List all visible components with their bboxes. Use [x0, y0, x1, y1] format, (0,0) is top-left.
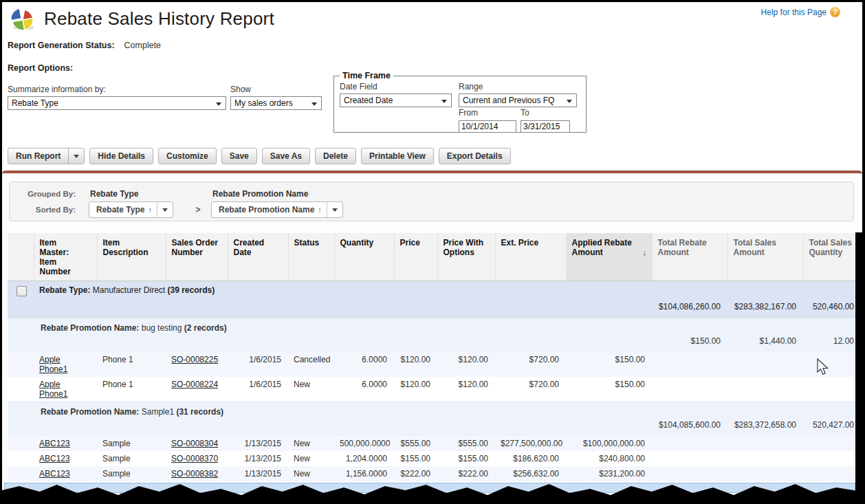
- item-number-link[interactable]: Apple Phone1: [39, 355, 76, 374]
- table-cell: $120.00: [394, 377, 437, 402]
- table-cell: 1,204.0000: [334, 451, 394, 466]
- hide-details-button[interactable]: Hide Details: [89, 148, 153, 164]
- table-cell: 500,000.0000: [334, 436, 394, 451]
- column-header-status[interactable]: Status: [288, 233, 334, 281]
- item-number-link[interactable]: ABC123: [39, 439, 70, 448]
- group-totals-row: $104,085,600.00$283,372,658.00520,427.00: [8, 418, 861, 436]
- table-cell-empty: [652, 466, 727, 481]
- sort-button-rebate-promotion-name[interactable]: Rebate Promotion Name↑: [211, 201, 343, 218]
- total-value: $283,372,658.00: [727, 418, 803, 436]
- column-header-price-with-options[interactable]: Price With Options: [437, 233, 495, 281]
- table-cell-empty: [803, 436, 861, 451]
- range-selected-value: Current and Previous FQ: [463, 96, 554, 105]
- column-header-checkbox[interactable]: [8, 233, 34, 281]
- column-header-quantity[interactable]: Quantity: [334, 233, 394, 281]
- save-as-button[interactable]: Save As: [262, 148, 310, 164]
- run-report-button[interactable]: Run Report: [8, 148, 85, 164]
- table-cell: ABC123: [34, 436, 97, 451]
- summarize-field: Summarize information by: Rebate Type: [8, 85, 226, 110]
- report-generation-status: Report Generation Status:Complete: [8, 41, 161, 50]
- table-cell: New: [288, 451, 334, 466]
- total-value: $150.00: [652, 334, 727, 352]
- show-select[interactable]: My sales orders: [230, 96, 322, 110]
- group-field-label: Rebate Promotion Name:: [41, 407, 142, 417]
- help-for-this-page-link[interactable]: Help for this Page: [761, 8, 826, 17]
- column-header-item-description[interactable]: Item Description: [97, 233, 166, 281]
- column-header-sales-order-number[interactable]: Sales Order Number: [166, 233, 228, 281]
- button-label: Save As: [263, 151, 309, 161]
- row-checkbox-cell: [8, 352, 34, 377]
- date-field-select[interactable]: Created Date: [340, 94, 452, 107]
- date-field: Date Field Created Date: [340, 82, 452, 107]
- item-number-link[interactable]: Apple Phone1: [39, 380, 76, 399]
- sales-order-link[interactable]: SO-0008370: [171, 454, 218, 463]
- button-label: Printable View: [362, 151, 433, 161]
- column-header-ext-price[interactable]: Ext. Price: [495, 233, 566, 281]
- item-number-link[interactable]: ABC123: [39, 469, 70, 479]
- help-icon[interactable]: ?: [830, 7, 840, 17]
- table-cell: SO-0008304: [166, 436, 228, 451]
- save-button[interactable]: Save: [221, 148, 257, 164]
- column-header-price[interactable]: Price: [394, 233, 437, 281]
- export-details-button[interactable]: Export Details: [439, 148, 511, 164]
- table-cell: 6.0000: [334, 377, 394, 402]
- column-header-created-date[interactable]: Created Date: [228, 233, 288, 281]
- range-select[interactable]: Current and Previous FQ: [459, 94, 577, 107]
- customize-button[interactable]: Customize: [158, 148, 217, 164]
- table-cell: 1/13/2015: [228, 436, 288, 451]
- item-number-link[interactable]: ABC123: [39, 454, 70, 463]
- sales-order-link[interactable]: SO-0008304: [171, 439, 218, 448]
- column-header-label: Sales Order Number: [172, 238, 223, 257]
- printable-view-button[interactable]: Printable View: [361, 148, 434, 164]
- to-field: To: [521, 108, 570, 133]
- table-cell: $555.00: [437, 436, 495, 451]
- table-cell: Phone 1: [97, 352, 166, 377]
- column-header-label: Total Sales Quantity: [809, 238, 856, 257]
- table-cell: SO-0008370: [166, 451, 228, 466]
- column-header-total-sales-quantity[interactable]: Total Sales Quantity: [803, 233, 861, 281]
- summarize-select[interactable]: Rebate Type: [8, 96, 226, 110]
- table-cell: 1/13/2015: [228, 451, 288, 466]
- sort-asc-icon: ↑: [148, 206, 157, 214]
- grouped-by-value: Rebate Type: [83, 189, 191, 199]
- button-label: Delete: [316, 151, 355, 161]
- column-header-applied-rebate-amount[interactable]: Applied Rebate Amount ↓: [566, 233, 652, 281]
- button-label: Export Details: [439, 151, 510, 161]
- to-date-input[interactable]: [521, 120, 570, 133]
- sales-order-link[interactable]: SO-0008225: [171, 355, 218, 364]
- to-label: To: [521, 108, 570, 118]
- button-label: Run Report: [8, 151, 68, 161]
- button-label: Hide Details: [90, 151, 153, 161]
- group-header-row-rebate-promotion: Rebate Promotion Name: Sample1 (31 recor…: [8, 402, 861, 419]
- group-checkbox-cell: [8, 281, 34, 300]
- column-header-item-master-item-number[interactable]: Item Master: Item Number: [34, 233, 97, 281]
- table-cell-empty: [727, 352, 803, 377]
- table-row: Apple Phone1Phone 1SO-00082251/6/2015Can…: [8, 352, 861, 377]
- table-row: ABC123SampleSO-00083701/13/2015New1,204.…: [8, 451, 861, 466]
- table-cell: 1/6/2015: [228, 377, 288, 402]
- group-select-checkbox[interactable]: [17, 286, 27, 296]
- column-header-total-rebate-amount[interactable]: Total Rebate Amount: [652, 233, 727, 281]
- column-header-total-sales-amount[interactable]: Total Sales Amount: [727, 233, 803, 281]
- sort-dropdown[interactable]: [327, 202, 342, 217]
- group-field-value: bug testing: [142, 323, 184, 333]
- chevron-down-icon: [74, 155, 79, 158]
- sales-order-link[interactable]: SO-0008382: [171, 469, 218, 479]
- screenshot-frame-edge: [855, 232, 862, 504]
- sales-order-link[interactable]: SO-0008224: [171, 380, 218, 389]
- report-results-panel: Grouped By: Rebate Type Rebate Promotion…: [2, 171, 862, 504]
- table-cell: $155.00: [394, 451, 437, 466]
- date-field-selected-value: Created Date: [344, 96, 393, 105]
- from-date-input[interactable]: [459, 120, 516, 133]
- sort-dropdown[interactable]: [157, 202, 173, 217]
- page-title: Rebate Sales History Report: [44, 8, 274, 30]
- sort-button-rebate-type[interactable]: Rebate Type↑: [89, 201, 173, 218]
- run-report-dropdown[interactable]: [68, 149, 84, 164]
- help-row: Help for this Page ?: [761, 7, 840, 17]
- table-cell: $150.00: [566, 377, 652, 402]
- table-cell: $100,000,000.00: [566, 436, 652, 451]
- delete-button[interactable]: Delete: [315, 148, 356, 164]
- total-value: 520,460.00: [803, 300, 861, 318]
- summarize-label: Summarize information by:: [8, 85, 226, 94]
- summarize-selected-value: Rebate Type: [12, 98, 58, 108]
